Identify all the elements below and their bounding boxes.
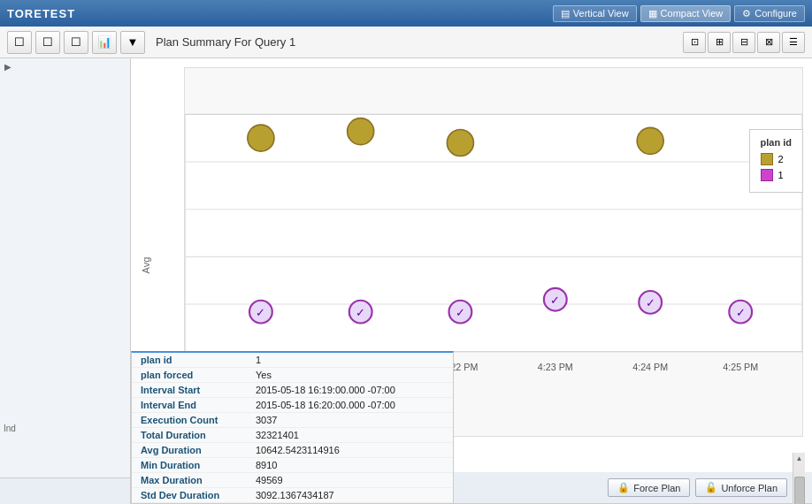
app-title: TORETEST	[7, 7, 75, 20]
data-point-plan2-2[interactable]	[348, 118, 374, 145]
configure-button[interactable]: ⚙ Configure	[734, 5, 805, 22]
vertical-view-icon: ▤	[561, 8, 570, 19]
info-label-std-dev: Std Dev Duration	[141, 490, 256, 500]
toolbar-icon-btn-4[interactable]: ⊠	[757, 32, 780, 53]
legend-color-2	[761, 153, 773, 165]
info-label-total-duration: Total Duration	[141, 430, 256, 440]
legend-item-2: 2	[761, 153, 792, 165]
info-label-avg-duration: Avg Duration	[141, 445, 256, 455]
info-row-total-duration: Total Duration 32321401	[132, 428, 453, 443]
info-value-avg-duration: 10642.5423114916	[256, 445, 340, 455]
chart-icon: 📊	[97, 35, 111, 49]
toolbar-icon-btn-5[interactable]: ☰	[782, 32, 805, 53]
legend-title: plan id	[761, 137, 792, 148]
legend-color-1	[761, 169, 773, 181]
toolbar-icon-btn-1[interactable]: ⊡	[683, 32, 706, 53]
grid-icon: ⊞	[716, 36, 724, 48]
title-bar: TORETEST ▤ Vertical View ▦ Compact View …	[0, 0, 812, 27]
toolbar-icon-3: ☐	[71, 35, 81, 49]
menu-icon: ☰	[789, 36, 798, 48]
info-value-interval-end: 2015-05-18 16:20:00.000 -07:00	[256, 400, 395, 410]
unforce-plan-icon: 🔓	[705, 482, 717, 493]
info-value-plan-id: 1	[256, 355, 261, 365]
toolbar-title: Plan Summary For Query 1	[156, 35, 679, 49]
toolbar-btn-1[interactable]: ☐	[7, 31, 32, 54]
info-value-exec-count: 3037	[256, 415, 277, 425]
info-value-interval-start: 2015-05-18 16:19:00.000 -07:00	[256, 385, 395, 395]
info-popup: plan id 1 plan forced Yes Interval Start…	[131, 351, 454, 504]
expand-icon: ⊡	[691, 36, 699, 48]
vertical-view-button[interactable]: ▤ Vertical View	[553, 5, 637, 22]
info-row-interval-end: Interval End 2015-05-18 16:20:00.000 -07…	[132, 398, 453, 413]
legend-label-2: 2	[778, 154, 784, 164]
info-row-avg-duration: Avg Duration 10642.5423114916	[132, 443, 453, 458]
info-row-plan-forced: plan forced Yes	[132, 368, 453, 383]
svg-text:✓: ✓	[550, 294, 560, 307]
toolbar-icon-1: ☐	[14, 35, 25, 49]
toolbar: ☐ ☐ ☐ 📊 ▼ Plan Summary For Query 1 ⊡ ⊞ ⊟…	[0, 27, 812, 58]
legend-item-1: 1	[761, 169, 792, 181]
main-content: ▶ Ind Avg 30000 25000 20000	[0, 58, 812, 504]
data-point-plan2-3[interactable]	[447, 129, 473, 156]
svg-rect-0	[185, 114, 802, 351]
toolbar-btn-3[interactable]: ☐	[64, 31, 88, 54]
view-icon: ⊠	[765, 36, 773, 48]
toolbar-icon-btn-2[interactable]: ⊞	[708, 32, 731, 53]
info-value-plan-forced: Yes	[256, 370, 272, 380]
compact-view-button[interactable]: ▦ Compact View	[640, 5, 732, 22]
title-bar-buttons: ▤ Vertical View ▦ Compact View ⚙ Configu…	[553, 5, 805, 22]
ind-label: Ind	[4, 424, 16, 433]
info-label-max-duration: Max Duration	[141, 475, 256, 485]
toolbar-dropdown[interactable]: ▼	[120, 31, 145, 54]
info-value-min-duration: 8910	[256, 460, 277, 470]
compact-view-icon: ▦	[648, 8, 657, 19]
force-plan-button[interactable]: 🔒 Force Plan	[608, 478, 690, 497]
svg-text:4:23 PM: 4:23 PM	[538, 362, 573, 372]
info-label-plan-forced: plan forced	[141, 370, 256, 380]
info-label-interval-end: Interval End	[141, 400, 256, 410]
svg-text:4:24 PM: 4:24 PM	[632, 362, 668, 372]
svg-text:✓: ✓	[736, 306, 746, 319]
info-row-interval-start: Interval Start 2015-05-18 16:19:00.000 -…	[132, 383, 453, 398]
dropdown-icon: ▼	[127, 35, 139, 49]
left-sidebar: ▶ Ind	[0, 58, 131, 504]
info-label-exec-count: Execution Count	[141, 415, 256, 425]
chart-legend: plan id 2 1	[749, 129, 803, 193]
y-axis-label: Avg	[141, 257, 151, 274]
svg-text:4:25 PM: 4:25 PM	[723, 362, 758, 372]
info-row-std-dev: Std Dev Duration 3092.1367434187	[132, 488, 453, 503]
legend-label-1: 1	[778, 170, 784, 180]
info-value-max-duration: 49569	[256, 475, 283, 485]
info-label-interval-start: Interval Start	[141, 385, 256, 395]
toolbar-right-buttons: ⊡ ⊞ ⊟ ⊠ ☰	[683, 32, 805, 53]
sidebar-collapse-arrow[interactable]: ▶	[2, 60, 14, 73]
svg-text:✓: ✓	[646, 296, 655, 309]
scrollbar-thumb[interactable]	[794, 477, 805, 505]
toolbar-icon-btn-3[interactable]: ⊟	[732, 32, 755, 53]
toolbar-icon-2: ☐	[42, 35, 53, 49]
svg-text:✓: ✓	[256, 306, 265, 319]
info-row-exec-count: Execution Count 3037	[132, 413, 453, 428]
split-icon: ⊟	[740, 36, 748, 48]
info-label-plan-id: plan id	[141, 355, 256, 365]
force-plan-icon: 🔒	[617, 482, 630, 493]
info-value-total-duration: 32321401	[256, 430, 299, 440]
toolbar-btn-chart[interactable]: 📊	[92, 31, 117, 54]
info-row-plan-id: plan id 1	[132, 353, 453, 368]
info-row-max-duration: Max Duration 49569	[132, 473, 453, 488]
info-value-std-dev: 3092.1367434187	[256, 490, 334, 500]
unforce-plan-button[interactable]: 🔓 Unforce Plan	[695, 478, 787, 497]
info-row-min-duration: Min Duration 8910	[132, 458, 453, 473]
info-label-min-duration: Min Duration	[141, 460, 256, 470]
data-point-plan2-4[interactable]	[637, 127, 663, 154]
configure-icon: ⚙	[742, 8, 751, 19]
svg-text:✓: ✓	[456, 306, 465, 319]
svg-text:✓: ✓	[356, 306, 365, 319]
data-point-plan2-1[interactable]	[248, 125, 274, 151]
chart-area: Avg 30000 25000 20000 15000 10000 4:20 P…	[131, 58, 812, 504]
toolbar-btn-2[interactable]: ☐	[35, 31, 60, 54]
